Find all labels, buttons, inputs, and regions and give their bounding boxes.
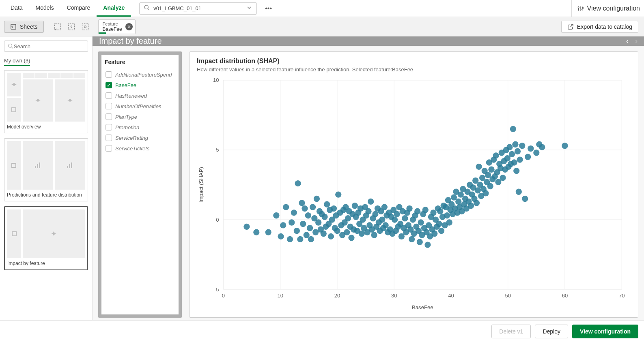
tab-compare[interactable]: Compare: [60, 0, 97, 17]
svg-point-139: [392, 216, 398, 222]
view-configuration-button[interactable]: View configuration: [572, 325, 638, 338]
tab-data[interactable]: Data: [4, 0, 29, 17]
body: My own (3) ✦✦✦Model overviewPredictions …: [0, 36, 644, 320]
feature-label: Promotion: [115, 124, 139, 130]
svg-point-242: [509, 151, 515, 157]
svg-point-121: [371, 232, 377, 238]
feature-item[interactable]: NumberOfPenalties: [105, 101, 175, 111]
svg-point-86: [331, 205, 337, 212]
svg-point-148: [402, 215, 408, 221]
svg-point-67: [305, 212, 311, 218]
feature-item[interactable]: ServiceTickets: [105, 143, 175, 154]
svg-point-63: [299, 200, 305, 206]
feature-label: ServiceRating: [115, 135, 148, 141]
svg-point-0: [144, 5, 148, 9]
feature-label: AdditionalFeatureSpend: [115, 72, 172, 78]
step-back-icon[interactable]: [67, 23, 75, 31]
sidebar-section-label[interactable]: My own (3): [4, 58, 30, 66]
svg-point-6: [580, 9, 581, 10]
svg-point-56: [283, 204, 289, 210]
feature-item[interactable]: Promotion: [105, 122, 175, 133]
svg-point-128: [379, 216, 385, 222]
svg-rect-22: [71, 162, 72, 168]
svg-point-240: [506, 144, 513, 150]
model-selector[interactable]: v01_LGBMC_01_01: [139, 2, 257, 15]
more-options-button[interactable]: •••: [263, 3, 274, 14]
svg-point-210: [472, 177, 478, 184]
selection-tool-icons: [54, 23, 89, 31]
svg-rect-11: [82, 24, 88, 30]
model-name: v01_LGBMC_01_01: [153, 5, 246, 11]
svg-point-131: [383, 222, 389, 228]
chip-close-icon[interactable]: ✕: [125, 23, 133, 30]
svg-point-145: [398, 233, 405, 239]
sidebar-search[interactable]: [4, 41, 88, 52]
svg-point-211: [474, 200, 480, 206]
sheet-caption: Model overview: [7, 124, 85, 130]
feature-label: BaseFee: [115, 82, 136, 88]
view-configuration-top-button[interactable]: View configuration: [571, 0, 640, 17]
svg-point-206: [468, 203, 474, 209]
sheets-icon: [10, 24, 17, 30]
sidebar-search-input[interactable]: [14, 43, 84, 49]
svg-point-5: [578, 7, 579, 8]
scatter-plot[interactable]: 010203040506070-50510BaseFeeImpact (SHAP…: [197, 76, 631, 312]
sheets-label: Sheets: [20, 24, 38, 30]
svg-point-50: [243, 224, 250, 230]
sheet-thumb[interactable]: ✦Impact by feature: [4, 206, 88, 270]
tab-analyze[interactable]: Analyze: [97, 0, 131, 17]
svg-point-162: [418, 219, 424, 225]
selection-chip[interactable]: Feature BaseFee ✕: [98, 19, 136, 34]
svg-point-59: [291, 209, 297, 216]
svg-point-89: [334, 228, 340, 234]
next-sheet-icon[interactable]: ›: [635, 37, 638, 45]
sidebar: My own (3) ✦✦✦Model overviewPredictions …: [0, 36, 93, 320]
svg-rect-23: [12, 232, 16, 236]
svg-text:BaseFee: BaseFee: [412, 304, 433, 310]
svg-point-57: [287, 236, 293, 242]
svg-rect-21: [69, 164, 70, 168]
checkbox-icon: [106, 71, 112, 78]
sheets-button[interactable]: Sheets: [4, 21, 44, 33]
svg-point-166: [422, 207, 429, 213]
export-data-button[interactable]: Export data to catalog: [561, 21, 638, 33]
feature-item[interactable]: PlanType: [105, 111, 175, 122]
checkbox-icon: [106, 103, 112, 109]
svg-point-65: [302, 205, 308, 212]
smart-select-icon[interactable]: [54, 23, 62, 31]
svg-point-173: [430, 209, 436, 216]
svg-point-256: [539, 144, 545, 150]
feature-item[interactable]: AdditionalFeatureSpend: [105, 69, 175, 80]
panel-header: Impact by feature ‹ ›: [93, 36, 644, 46]
top-nav-tabs: DataModelsCompareAnalyze: [4, 0, 131, 17]
search-icon: [144, 4, 150, 13]
checkbox-icon: ✓: [106, 82, 112, 88]
sheet-thumb[interactable]: Predictions and feature distribution: [4, 138, 88, 201]
prev-sheet-icon[interactable]: ‹: [626, 37, 629, 45]
svg-point-66: [304, 232, 310, 238]
svg-rect-9: [54, 24, 60, 30]
deploy-button[interactable]: Deploy: [535, 325, 568, 338]
svg-rect-10: [68, 24, 74, 30]
svg-point-178: [436, 221, 442, 227]
sheet-thumb[interactable]: ✦✦✦Model overview: [4, 70, 88, 133]
svg-point-13: [9, 44, 12, 47]
svg-rect-19: [39, 162, 40, 168]
svg-point-64: [300, 221, 306, 227]
svg-point-104: [352, 203, 358, 209]
svg-point-247: [515, 148, 521, 154]
svg-point-161: [417, 239, 423, 245]
feature-item[interactable]: ServiceRating: [105, 133, 175, 143]
svg-point-168: [424, 242, 431, 248]
checkbox-icon: [106, 92, 112, 99]
tab-models[interactable]: Models: [29, 0, 60, 17]
chart-subtitle: How different values in a selected featu…: [197, 66, 631, 73]
feature-item[interactable]: HasRenewed: [105, 90, 175, 101]
svg-point-79: [321, 214, 327, 220]
feature-item[interactable]: ✓BaseFee: [105, 80, 175, 90]
svg-text:10: 10: [213, 77, 219, 83]
clear-select-icon[interactable]: [81, 23, 89, 31]
svg-point-219: [482, 190, 489, 196]
svg-point-197: [458, 191, 464, 197]
checkbox-icon: [106, 124, 112, 130]
